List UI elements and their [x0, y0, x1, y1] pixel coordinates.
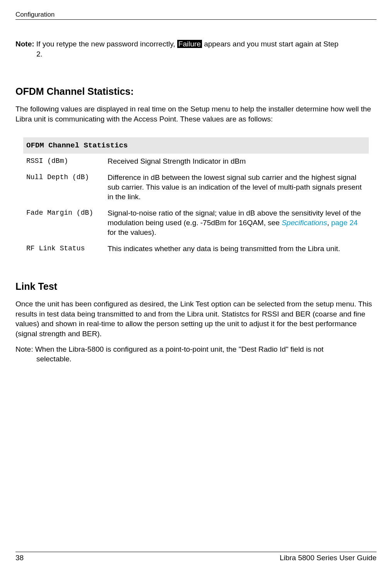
- stat-desc: Received Signal Strength Indicator in dB…: [108, 157, 366, 166]
- note-text-part2: appears and you must start again at Step: [202, 40, 339, 48]
- failure-highlight: Failure: [177, 40, 202, 48]
- note-line2: 2.: [36, 49, 377, 59]
- table-row: Null Depth (dB) Difference in dB between…: [23, 170, 369, 205]
- ofdm-intro: The following values are displayed in re…: [15, 104, 377, 124]
- stat-desc-between: ,: [327, 219, 331, 227]
- table-row: RF Link Status This indicates whether an…: [23, 241, 369, 258]
- link-test-paragraph: Once the unit has been configured as des…: [15, 299, 377, 339]
- note-label: Note:: [15, 40, 36, 48]
- link-test-note: Note: When the Libra-5800 is configured …: [15, 344, 377, 364]
- note2-line1: Note: When the Libra-5800 is configured …: [15, 344, 377, 354]
- specifications-link[interactable]: Specifications: [282, 219, 327, 227]
- stat-desc: Difference in dB between the lowest sign…: [108, 173, 366, 202]
- password-note: Note: If you retype the new password inc…: [15, 39, 377, 59]
- table-row: Fade Margin (dB) Signal-to-noise ratio o…: [23, 205, 369, 241]
- page-number: 38: [15, 554, 24, 562]
- footer-title: Libra 5800 Series User Guide: [280, 554, 377, 562]
- note-text-part1: If you retype the new password incorrect…: [36, 40, 177, 48]
- stat-label: RF Link Status: [26, 244, 108, 254]
- stat-desc-post: for the values).: [108, 228, 156, 236]
- ofdm-heading: OFDM Channel Statistics:: [15, 86, 377, 97]
- stat-desc: Signal-to-noise ratio of the signal; val…: [108, 209, 366, 237]
- page-link[interactable]: page 24: [331, 219, 358, 227]
- note2-line2: selectable.: [36, 354, 377, 364]
- stat-label: Null Depth (dB): [26, 173, 108, 202]
- table-header: OFDM Channel Statistics: [23, 137, 369, 154]
- stat-label: RSSI (dBm): [26, 157, 108, 166]
- ofdm-statistics-table: OFDM Channel Statistics RSSI (dBm) Recei…: [23, 137, 369, 258]
- table-row: RSSI (dBm) Received Signal Strength Indi…: [23, 154, 369, 170]
- running-header-left: Configuration: [15, 11, 55, 19]
- link-test-heading: Link Test: [15, 281, 377, 292]
- stat-label: Fade Margin (dB): [26, 209, 108, 237]
- stat-desc: This indicates whether any data is being…: [108, 244, 366, 254]
